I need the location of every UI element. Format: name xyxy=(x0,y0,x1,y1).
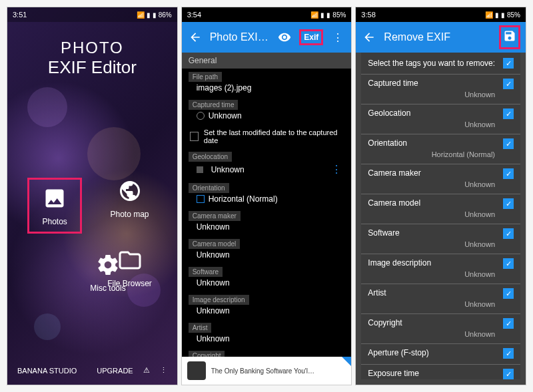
upgrade-button[interactable]: UPGRADE xyxy=(97,367,133,375)
back-icon[interactable] xyxy=(187,29,203,45)
checkbox-icon[interactable] xyxy=(503,168,514,179)
tag-row[interactable]: Aperture (F-stop) xyxy=(361,344,520,365)
checkbox-icon[interactable] xyxy=(503,79,514,89)
checkbox-icon[interactable] xyxy=(503,258,514,269)
photomap-label: Photo map xyxy=(110,210,149,219)
app-title: PHOTO EXIF Editor xyxy=(7,39,177,78)
checkbox-icon[interactable] xyxy=(503,318,514,329)
save-button[interactable] xyxy=(499,25,520,49)
checkbox-icon[interactable] xyxy=(503,138,514,149)
field-orientation[interactable]: Orientation Horizontal (Normal) xyxy=(182,180,352,208)
checkbox-icon[interactable] xyxy=(503,228,514,239)
back-icon[interactable] xyxy=(361,29,377,45)
checkbox-icon[interactable] xyxy=(503,369,514,379)
title-line2: EXIF Editor xyxy=(7,57,177,78)
status-time: 3:58 xyxy=(361,11,375,19)
battery-icon: ▮ xyxy=(326,11,330,19)
ad-logo xyxy=(187,361,206,380)
orient-value: Horizontal (Normal) xyxy=(189,194,345,204)
ad-banner[interactable]: The Only Banking Software You'l… xyxy=(182,357,352,385)
imgdesc-value: Unknown xyxy=(189,306,345,315)
tag-value: Unknown xyxy=(368,300,514,308)
more-icon[interactable]: ⋮ xyxy=(160,366,167,375)
field-imgdesc[interactable]: Image description Unknown xyxy=(182,292,352,319)
setlast-checkbox[interactable]: Set the last modified date to the captur… xyxy=(182,124,352,148)
tag-name: Artist xyxy=(368,288,386,297)
misctools-button[interactable]: Misc tools xyxy=(59,252,157,301)
ad-close-icon[interactable] xyxy=(342,357,351,366)
eye-icon[interactable] xyxy=(276,29,292,45)
field-maker[interactable]: Camera maker Unknown xyxy=(182,208,352,236)
tag-row[interactable]: Camera model Unknown xyxy=(361,194,520,224)
tag-row[interactable]: Captured time Unknown xyxy=(361,75,520,104)
more-icon[interactable]: ⋮ xyxy=(330,29,346,45)
ad-text: The Only Banking Software You'l… xyxy=(211,367,346,375)
maker-label: Camera maker xyxy=(189,211,241,221)
gears-icon xyxy=(95,252,121,278)
select-all-row[interactable]: Select the tags you want to remove: xyxy=(361,53,520,75)
appbar-title: Remove EXIF xyxy=(384,31,492,43)
battery-pct: 85% xyxy=(332,11,346,19)
status-time: 3:54 xyxy=(187,11,201,19)
tag-value: Unknown xyxy=(368,270,514,278)
studio-label: BANANA STUDIO xyxy=(17,367,77,375)
signal-icon: ▮ xyxy=(147,11,151,19)
tag-name: Aperture (F-stop) xyxy=(368,348,428,357)
header-label: Select the tags you want to remove: xyxy=(368,59,495,68)
tag-row[interactable]: Geolocation Unknown xyxy=(361,104,520,134)
tag-row[interactable]: Copyright Unknown xyxy=(361,314,520,344)
tag-name: Camera model xyxy=(368,198,420,208)
signal-icon: ▮ xyxy=(320,11,324,19)
tag-value: Unknown xyxy=(368,91,514,98)
captured-value: Unknown xyxy=(189,111,345,120)
screen-home: 3:51 📶 ▮ ▮ 86% PHOTO EXIF Editor Photos xyxy=(7,7,178,385)
checkbox-icon[interactable] xyxy=(503,58,514,69)
checkbox-icon[interactable] xyxy=(503,288,514,299)
status-icons: 📶 ▮ ▮ 85% xyxy=(310,11,346,19)
tag-name: Software xyxy=(368,228,399,238)
field-filepath[interactable]: File path images (2).jpeg xyxy=(182,69,352,97)
tag-row[interactable]: Orientation Horizontal (Normal) xyxy=(361,134,520,164)
status-bar: 3:51 📶 ▮ ▮ 86% xyxy=(7,7,177,22)
photomap-button[interactable]: Photo map xyxy=(102,178,157,234)
tag-value: Unknown xyxy=(368,210,514,218)
tag-name: Exposure time xyxy=(368,369,419,378)
maker-value: Unknown xyxy=(189,222,345,232)
field-geolocation[interactable]: Geolocation Unknown ⋮ xyxy=(182,148,352,180)
model-value: Unknown xyxy=(189,250,345,260)
checkbox-icon[interactable] xyxy=(503,198,514,209)
tag-row[interactable]: Artist Unknown xyxy=(361,284,520,314)
screen-exif-editor: 3:54 📶 ▮ ▮ 85% Photo EXIF Edi… Exif ⋮ Ge… xyxy=(181,7,352,385)
tag-value: Horizontal (Normal) xyxy=(368,150,514,158)
field-software[interactable]: Software Unknown xyxy=(182,264,352,292)
checkbox-icon[interactable] xyxy=(503,348,514,359)
tag-value: Unknown xyxy=(368,120,514,128)
photos-button[interactable]: Photos xyxy=(27,178,82,234)
status-icons: 📶 ▮ ▮ 85% xyxy=(485,11,520,19)
tag-list: Select the tags you want to remove: Capt… xyxy=(361,53,520,379)
field-artist[interactable]: Artist Unknown xyxy=(182,319,352,347)
wifi-icon: 📶 xyxy=(310,11,318,19)
field-captured[interactable]: Captured time Unknown xyxy=(182,97,352,124)
appbar: Remove EXIF xyxy=(356,22,526,53)
status-bar: 3:54 📶 ▮ ▮ 85% xyxy=(182,7,352,22)
filepath-label: File path xyxy=(189,72,222,82)
geo-more-icon[interactable]: ⋮ xyxy=(331,163,344,176)
photos-icon xyxy=(41,185,68,212)
tag-row[interactable]: Camera maker Unknown xyxy=(361,164,520,194)
geo-marker-icon xyxy=(197,166,203,173)
warning-icon[interactable]: ⚠ xyxy=(143,366,150,375)
checkbox-icon xyxy=(190,132,199,141)
setlast-label: Set the last modified date to the captur… xyxy=(204,128,344,144)
tag-row[interactable]: Exposure time Unknown xyxy=(361,365,520,379)
battery-icon: ▮ xyxy=(153,11,157,19)
exif-button[interactable]: Exif xyxy=(299,29,323,45)
field-model[interactable]: Camera model Unknown xyxy=(182,236,352,264)
globe-icon xyxy=(117,178,143,204)
geo-label: Geolocation xyxy=(189,152,232,162)
tag-name: Image description xyxy=(368,258,431,268)
tag-row[interactable]: Software Unknown xyxy=(361,224,520,254)
tag-row[interactable]: Image description Unknown xyxy=(361,254,520,284)
artist-label: Artist xyxy=(189,323,212,333)
checkbox-icon[interactable] xyxy=(503,108,514,119)
